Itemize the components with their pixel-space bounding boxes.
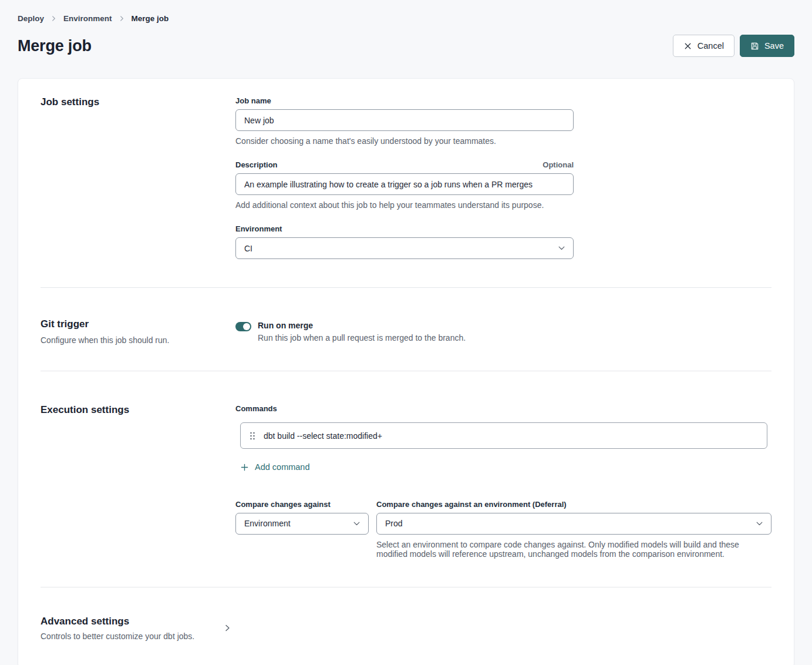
chevron-right-icon[interactable] [224,624,231,632]
chevron-right-icon [51,16,56,21]
section-job-settings: Job settings Job name Consider choosing … [18,79,794,287]
merge-job-page: Deploy Environment Merge job Merge job C… [0,0,812,665]
optional-badge: Optional [543,160,574,169]
run-on-merge-description: Run this job when a pull request is merg… [258,333,466,342]
compare-changes-select-value: Environment [244,519,291,528]
advanced-settings-subtext: Controls to better customize your dbt jo… [41,632,224,641]
breadcrumb-deploy[interactable]: Deploy [18,14,44,23]
environment-select-value: CI [244,244,252,253]
job-settings-card: Job settings Job name Consider choosing … [18,78,794,665]
environment-select[interactable]: CI [235,237,574,259]
section-advanced-settings[interactable]: Advanced settings Controls to better cus… [18,587,794,665]
breadcrumb: Deploy Environment Merge job [18,14,794,23]
job-name-field: Job name Consider choosing a name that's… [235,96,574,146]
run-on-merge-row: Run on merge Run this job when a pull re… [235,318,771,342]
add-command-button[interactable]: Add command [240,462,310,472]
deferral-label: Compare changes against an environment (… [376,500,567,509]
compare-changes-label: Compare changes against [235,500,331,509]
compare-changes-select[interactable]: Environment [235,513,369,535]
save-icon [750,42,759,51]
header-actions: Cancel Save [673,35,794,57]
description-helper: Add additional context about this job to… [235,200,574,210]
execution-settings-heading: Execution settings [41,404,235,416]
git-trigger-heading: Git trigger [41,318,235,330]
job-settings-heading: Job settings [41,96,235,108]
git-trigger-subtext: Configure when this job should run. [41,335,235,345]
job-name-helper: Consider choosing a name that's easily u… [235,136,574,146]
description-input[interactable] [235,173,574,195]
drag-handle-icon[interactable] [250,432,255,440]
close-icon [683,42,692,51]
cancel-button-label: Cancel [698,41,724,51]
deferral-field: Compare changes against an environment (… [376,500,771,559]
command-row[interactable]: dbt build --select state:modified+ [240,422,767,449]
commands-label: Commands [235,404,771,413]
page-title: Merge job [18,37,92,55]
breadcrumb-environment[interactable]: Environment [63,14,112,23]
save-button[interactable]: Save [740,35,794,57]
add-command-label: Add command [255,462,310,472]
plus-icon [240,463,249,472]
advanced-settings-heading: Advanced settings [41,616,224,627]
deferral-select-value: Prod [385,519,403,528]
chevron-right-icon [119,16,124,21]
environment-label: Environment [235,224,282,233]
command-text[interactable]: dbt build --select state:modified+ [264,431,382,441]
chevron-down-icon [558,246,565,250]
cancel-button[interactable]: Cancel [673,35,734,57]
run-on-merge-toggle[interactable] [235,322,251,331]
deferral-select[interactable]: Prod [376,513,771,535]
description-field: Description Optional Add additional cont… [235,160,574,210]
job-name-label: Job name [235,96,271,105]
description-label: Description [235,160,278,169]
section-git-trigger: Git trigger Configure when this job shou… [18,288,794,371]
job-name-input[interactable] [235,109,574,131]
section-execution-settings: Execution settings Commands dbt build --… [18,371,794,587]
environment-field: Environment CI [235,224,574,259]
compare-row: Compare changes against Environment Comp… [235,500,771,559]
toggle-knob [243,323,250,330]
page-header: Merge job Cancel Save [18,35,794,57]
run-on-merge-label: Run on merge [258,321,466,330]
compare-changes-field: Compare changes against Environment [235,500,369,559]
chevron-down-icon [353,522,360,526]
breadcrumb-merge-job: Merge job [132,14,169,23]
save-button-label: Save [764,41,784,51]
chevron-down-icon [756,522,763,526]
deferral-helper: Select an environment to compare code ch… [376,540,771,559]
